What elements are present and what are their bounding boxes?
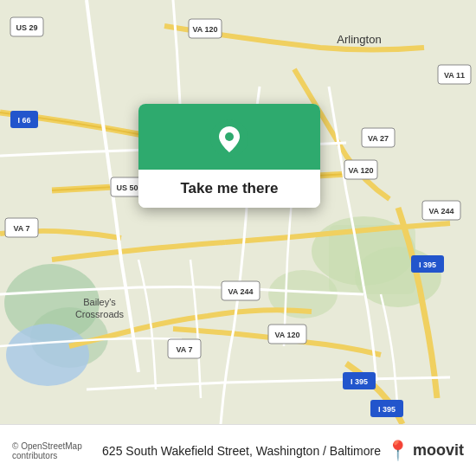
copyright-text: © OpenStreetMap contributors: [12, 441, 97, 460]
moovit-label: moovit: [413, 441, 464, 460]
address-text: 625 South Wakefield Street, Washington /…: [102, 444, 381, 458]
moovit-pin-icon: 📍: [386, 440, 409, 462]
svg-text:Bailey's: Bailey's: [83, 297, 116, 307]
svg-text:VA 120: VA 120: [274, 331, 299, 339]
bottom-content: © OpenStreetMap contributors 625 South W…: [12, 440, 464, 462]
svg-text:I 66: I 66: [17, 116, 30, 125]
location-pin-icon: [210, 119, 248, 158]
svg-text:VA 11: VA 11: [444, 71, 465, 80]
road-label-us29: US 29: [16, 23, 37, 32]
svg-text:VA 7: VA 7: [176, 345, 192, 354]
location-popup: Take me there: [138, 104, 320, 208]
popup-header: [138, 104, 320, 170]
svg-rect-4: [329, 225, 415, 294]
map-label-arlington: Arlington: [337, 33, 381, 46]
svg-text:VA 244: VA 244: [228, 287, 253, 296]
svg-text:VA 120: VA 120: [192, 25, 217, 34]
svg-text:VA 120: VA 120: [348, 166, 373, 175]
svg-text:VA 244: VA 244: [428, 207, 453, 215]
moovit-logo: 📍 moovit: [386, 440, 464, 462]
svg-text:VA 27: VA 27: [368, 134, 389, 143]
bottom-bar: © OpenStreetMap contributors 625 South W…: [0, 424, 476, 476]
svg-text:I 395: I 395: [351, 377, 368, 386]
svg-text:I 395: I 395: [419, 261, 436, 269]
svg-point-7: [6, 324, 89, 386]
svg-text:Crossroads: Crossroads: [75, 309, 125, 319]
svg-text:I 395: I 395: [378, 405, 396, 414]
map-view[interactable]: US 29 VA 120 Arlington I 66 VA 11 VA 27 …: [0, 0, 476, 424]
popup-button[interactable]: Take me there: [138, 170, 320, 208]
svg-point-40: [225, 132, 234, 141]
svg-text:US 50: US 50: [116, 183, 138, 192]
svg-text:VA 7: VA 7: [13, 224, 29, 233]
take-me-there-label: Take me there: [180, 180, 278, 196]
